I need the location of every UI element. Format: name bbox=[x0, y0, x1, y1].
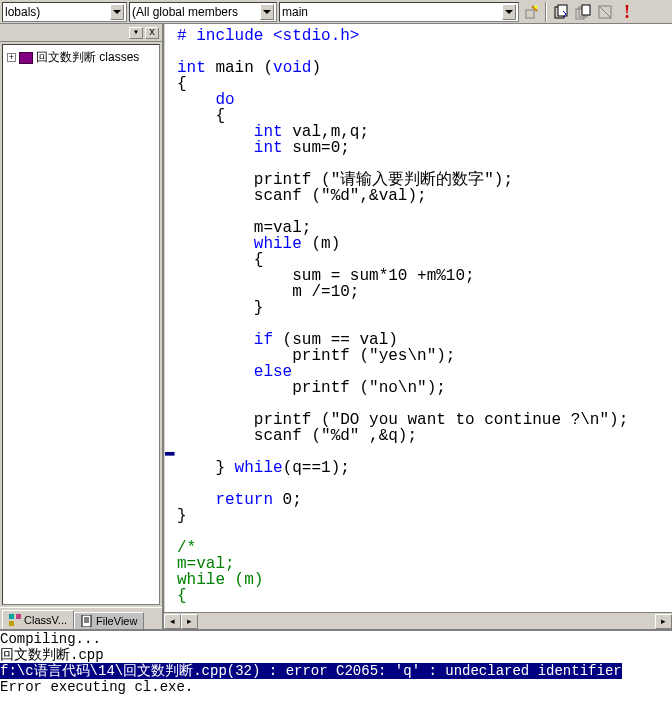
build-all-icon[interactable] bbox=[573, 2, 593, 22]
scroll-right-end-icon[interactable]: ▸ bbox=[655, 614, 672, 629]
editor-area: # include <stdio.h> int main (void) { do… bbox=[164, 24, 672, 629]
panel-close-icon[interactable]: x bbox=[145, 27, 159, 39]
tree-item-label: 回文数判断 classes bbox=[36, 49, 139, 66]
scroll-left-icon[interactable]: ◂ bbox=[164, 614, 181, 629]
svg-rect-0 bbox=[526, 10, 534, 18]
chevron-down-icon[interactable] bbox=[260, 4, 274, 20]
code-kw: return bbox=[177, 491, 273, 509]
tab-classview[interactable]: ClassV... bbox=[2, 610, 74, 629]
code-text: (m) bbox=[302, 235, 340, 253]
panel-header: ▾ x bbox=[0, 24, 162, 42]
code-line: printf ("no\n"); bbox=[177, 379, 446, 397]
svg-point-1 bbox=[535, 5, 538, 8]
chevron-down-icon[interactable] bbox=[110, 4, 124, 20]
svg-rect-6 bbox=[582, 5, 590, 15]
main-toolbar: lobals) (All global members main ! bbox=[0, 0, 672, 24]
code-kw: int bbox=[177, 139, 283, 157]
svg-rect-11 bbox=[16, 614, 21, 619]
function-combo-text: main bbox=[282, 5, 308, 19]
build-output[interactable]: Compiling... 回文数判断.cpp f:\c语言代码\14\回文数判断… bbox=[0, 629, 672, 711]
code-line: scanf ("%d",&val); bbox=[177, 187, 427, 205]
stop-build-icon[interactable] bbox=[595, 2, 615, 22]
code-line: # include <stdio.h> bbox=[177, 27, 359, 45]
code-kw: while bbox=[235, 459, 283, 477]
editor-horizontal-scrollbar[interactable]: ◂ ▸ ▸ bbox=[164, 612, 672, 629]
members-combo[interactable]: (All global members bbox=[129, 2, 277, 22]
code-text: 0; bbox=[273, 491, 302, 509]
code-kw: void bbox=[273, 59, 311, 77]
classview-icon bbox=[9, 614, 21, 626]
execute-icon[interactable]: ! bbox=[617, 2, 637, 22]
scope-combo[interactable]: lobals) bbox=[2, 2, 127, 22]
tree-expand-icon[interactable]: + bbox=[7, 53, 16, 62]
code-text: (q==1); bbox=[283, 459, 350, 477]
code-text: } bbox=[177, 459, 235, 477]
tab-label: ClassV... bbox=[24, 614, 67, 626]
tab-fileview[interactable]: FileView bbox=[74, 612, 144, 629]
tree-root-item[interactable]: + 回文数判断 classes bbox=[6, 48, 156, 67]
code-text: main ( bbox=[206, 59, 273, 77]
code-line: } bbox=[177, 507, 187, 525]
tab-label: FileView bbox=[96, 615, 137, 627]
workspace-panel: ▾ x + 回文数判断 classes ClassV... FileView bbox=[0, 24, 164, 629]
breakpoint-marker-icon[interactable]: ▬ bbox=[165, 444, 175, 460]
output-line: 回文数判断.cpp bbox=[0, 647, 104, 663]
scope-combo-text: lobals) bbox=[5, 5, 40, 19]
members-combo-text: (All global members bbox=[132, 5, 238, 19]
output-line: Compiling... bbox=[0, 631, 101, 647]
code-text: sum=0; bbox=[283, 139, 350, 157]
code-comment: while (m) bbox=[177, 571, 263, 589]
panel-dropdown-icon[interactable]: ▾ bbox=[129, 27, 143, 39]
code-line: scanf ("%d" ,&q); bbox=[177, 427, 417, 445]
project-icon bbox=[19, 52, 33, 64]
chevron-down-icon[interactable] bbox=[502, 4, 516, 20]
fileview-icon bbox=[81, 615, 93, 627]
svg-text:!: ! bbox=[624, 4, 630, 20]
scroll-right-icon[interactable]: ▸ bbox=[181, 614, 198, 629]
code-text: ) bbox=[311, 59, 321, 77]
toolbar-separator bbox=[545, 2, 547, 22]
svg-rect-12 bbox=[9, 621, 14, 626]
output-line: Error executing cl.exe. bbox=[0, 679, 193, 695]
svg-rect-13 bbox=[82, 615, 91, 627]
class-tree[interactable]: + 回文数判断 classes bbox=[2, 44, 160, 605]
code-editor[interactable]: # include <stdio.h> int main (void) { do… bbox=[164, 24, 672, 612]
workspace-tabs: ClassV... FileView bbox=[0, 607, 162, 629]
svg-line-8 bbox=[599, 6, 611, 18]
output-error-line[interactable]: f:\c语言代码\14\回文数判断.cpp(32) : error C2065:… bbox=[0, 663, 622, 679]
function-combo[interactable]: main bbox=[279, 2, 519, 22]
svg-rect-10 bbox=[9, 614, 14, 619]
build-icon[interactable] bbox=[551, 2, 571, 22]
main-area: ▾ x + 回文数判断 classes ClassV... FileView #… bbox=[0, 24, 672, 629]
code-line: } bbox=[177, 299, 263, 317]
wizard-icon[interactable] bbox=[521, 2, 541, 22]
code-comment: { bbox=[177, 587, 187, 605]
